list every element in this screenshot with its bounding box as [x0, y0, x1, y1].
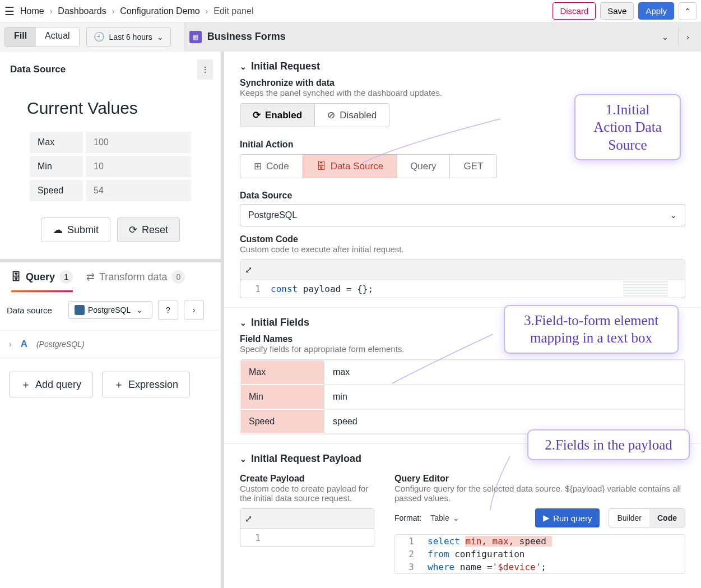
chevron-right-icon: ›	[50, 7, 53, 16]
payload-code-editor[interactable]: ⤢ 1	[240, 508, 374, 547]
callout-3: 3.Field-to-form element mapping in a tex…	[504, 305, 679, 354]
format-label: Format:	[394, 513, 421, 522]
sync-enabled[interactable]: ⟳Enabled	[240, 104, 315, 127]
query-count: 1	[59, 270, 73, 284]
sync-label: Synchronize with data	[240, 78, 685, 88]
panel-type-label: Business Forms	[207, 31, 286, 43]
reset-button[interactable]: ⟳Reset	[117, 217, 180, 242]
table-row: Speed54	[30, 180, 191, 201]
visualization-pane: Data Source ⋮ Current Values Max100 Min1…	[0, 52, 224, 588]
action-get[interactable]: GET	[450, 155, 496, 178]
view-mode-toggle: Fill Actual	[4, 27, 80, 47]
chevron-down-icon: ⌄	[136, 305, 143, 314]
collapse-options-button[interactable]: ⌃	[679, 2, 697, 20]
field-row: Max max	[240, 360, 685, 385]
row-value: 10	[86, 156, 191, 177]
options-pane: ⌄ Initial Request Synchronize with data …	[224, 52, 701, 588]
chevron-down-icon: ⌄	[662, 33, 668, 41]
tab-query[interactable]: 🗄 Query 1	[11, 270, 73, 292]
code-tab[interactable]: Code	[649, 509, 685, 527]
expression-button[interactable]: ＋Expression	[102, 372, 190, 397]
cc-label: Custom Code	[240, 234, 685, 244]
time-range-picker[interactable]: 🕘 Last 6 hours ⌄	[86, 27, 171, 47]
crumb-home[interactable]: Home	[20, 6, 44, 16]
ds-forward-button[interactable]: ›	[184, 300, 204, 320]
chevron-right-icon: ›	[193, 305, 196, 314]
topbar: ☰ Home › Dashboards › Configuration Demo…	[0, 0, 701, 22]
crumb-dashboards[interactable]: Dashboards	[58, 6, 106, 16]
plus-icon: ＋	[114, 378, 124, 391]
add-query-button[interactable]: ＋Add query	[9, 372, 93, 397]
view-fill[interactable]: Fill	[5, 27, 36, 47]
view-actual[interactable]: Actual	[36, 27, 78, 47]
create-payload-desc: Custom code to create payload for the in…	[240, 484, 374, 503]
menu-icon[interactable]: ☰	[4, 4, 15, 18]
help-icon: ?	[166, 305, 170, 314]
field-row: Min min	[240, 385, 685, 409]
upload-icon: ☁	[53, 224, 63, 236]
chevron-down-icon: ⌄	[157, 33, 164, 41]
plus-icon: ＋	[21, 378, 31, 391]
current-values-table: Max100 Min10 Speed54	[27, 129, 194, 204]
panel-title: Data Source	[10, 64, 66, 75]
current-values-heading: Current Values	[27, 99, 194, 118]
discard-button[interactable]: Discard	[553, 2, 596, 20]
panel-options-toggle[interactable]: ›	[679, 28, 697, 46]
query-row[interactable]: › A (PostgreSQL)	[0, 330, 221, 358]
apply-button[interactable]: Apply	[638, 2, 674, 20]
line-number: 1	[246, 533, 261, 543]
run-query-button[interactable]: ▶Run query	[535, 508, 600, 527]
panel-type-icon: ▦	[189, 31, 202, 43]
action-code[interactable]: ⊞Code	[240, 155, 303, 178]
ds-picker[interactable]: PostgreSQL ⌄	[240, 204, 685, 226]
custom-code-editor[interactable]: ⤢ 1 const payload = {};	[240, 260, 685, 298]
refresh-icon: ⟳	[253, 109, 261, 121]
crumb-edit: Edit panel	[213, 6, 253, 16]
tab-transform[interactable]: ⇄ Transform data 0	[86, 270, 185, 292]
cc-desc: Custom code to execute after initial req…	[240, 244, 685, 254]
postgres-icon	[75, 305, 85, 315]
ds-help-button[interactable]: ?	[158, 300, 178, 320]
section-initial-request: ⌄ Initial Request Synchronize with data …	[224, 52, 701, 308]
transform-icon: ⇄	[86, 271, 95, 283]
query-editor-label: Query Editor	[394, 474, 685, 484]
builder-tab[interactable]: Builder	[609, 509, 649, 527]
play-icon: ▶	[543, 513, 550, 523]
action-query[interactable]: Query	[397, 155, 450, 178]
field-input[interactable]: max	[324, 360, 685, 385]
chevron-down-icon: ⌄	[453, 513, 459, 522]
expand-icon[interactable]: ⤢	[245, 265, 252, 275]
crumb-demo[interactable]: Configuration Demo	[120, 6, 199, 16]
chevron-down-icon: ⌄	[240, 455, 247, 464]
expand-icon[interactable]: ⤢	[245, 514, 252, 524]
callout-1: 1.Initial Action Data Source	[574, 94, 681, 160]
database-icon: 🗄	[317, 161, 326, 172]
clock-icon: 🕘	[94, 31, 105, 42]
section-toggle[interactable]: ⌄ Initial Request	[240, 61, 685, 72]
format-select[interactable]: Table ⌄	[430, 513, 459, 522]
time-range-label: Last 6 hours	[109, 33, 152, 41]
sql-editor[interactable]: 1select min, max, speed 2from configurat…	[394, 534, 685, 574]
sync-disabled[interactable]: ⊘Disabled	[315, 104, 389, 127]
field-label: Min	[240, 385, 324, 409]
row-value: 100	[86, 132, 191, 153]
submit-button[interactable]: ☁Submit	[41, 217, 110, 242]
ds-select[interactable]: PostgreSQL ⌄	[68, 301, 152, 319]
save-button[interactable]: Save	[600, 2, 634, 20]
field-label: Max	[240, 360, 324, 385]
query-editor-desc: Configure query for the selected data so…	[394, 484, 685, 503]
disabled-icon: ⊘	[327, 109, 335, 121]
panel-menu-button[interactable]: ⋮	[197, 59, 213, 80]
row-key: Speed	[30, 180, 83, 201]
action-datasource[interactable]: 🗄Data Source	[303, 154, 398, 178]
chevron-up-icon: ⌃	[684, 7, 691, 16]
refresh-icon: ⟳	[129, 224, 137, 236]
field-input[interactable]: min	[324, 385, 685, 409]
query-ds: (PostgreSQL)	[36, 340, 85, 349]
table-row: Min10	[30, 156, 191, 177]
row-value: 54	[86, 180, 191, 201]
database-icon: 🗄	[11, 271, 21, 283]
panel-type-dropdown[interactable]: ⌄	[656, 28, 674, 46]
callout-2: 2.Fields in the payload	[527, 429, 690, 460]
chevron-down-icon: ⌄	[240, 62, 247, 71]
